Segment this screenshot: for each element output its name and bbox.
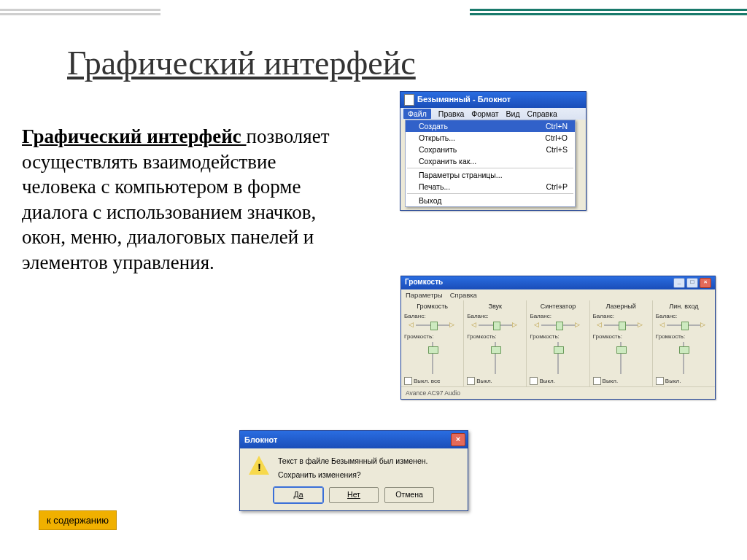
mixer-titlebar[interactable]: Громкость _ □ ×	[401, 276, 715, 289]
notepad-window: Безымянный - Блокнот ФайлПравкаФорматВид…	[400, 91, 587, 211]
menu-item-pagesetup[interactable]: Параметры страницы...	[406, 169, 575, 181]
body-rest: позволяет осуществлять взаимодействие че…	[22, 125, 330, 273]
menu-help[interactable]: Справка	[527, 109, 557, 118]
toc-link[interactable]: к содержанию	[39, 510, 117, 530]
volume-label: Громкость:	[656, 333, 712, 340]
slide-title: Графический интерфейс	[67, 44, 416, 82]
mixer-channel: СинтезаторБаланс:◁▷Громкость:Выкл.	[526, 300, 589, 386]
menu-format[interactable]: Формат	[471, 109, 498, 118]
yes-button[interactable]: Да	[274, 487, 323, 503]
close-icon[interactable]: ×	[451, 433, 465, 446]
dialog-title-text: Блокнот	[244, 435, 277, 444]
channel-name: Звук	[467, 303, 523, 310]
mixer-menu-options[interactable]: Параметры	[406, 291, 443, 299]
mixer-menubar: ПараметрыСправка	[401, 289, 715, 300]
mixer-channel: ЗвукБаланс:◁▷Громкость:Выкл.	[463, 300, 526, 386]
cancel-button[interactable]: Отмена	[384, 487, 434, 503]
balance-slider[interactable]: ◁▷	[410, 320, 455, 330]
save-dialog: Блокнот × ! Текст в файле Безымянный был…	[239, 430, 468, 511]
volume-label: Громкость:	[530, 333, 586, 340]
balance-label: Баланс:	[530, 313, 586, 319]
mute-checkbox[interactable]: Выкл.	[467, 377, 523, 385]
menu-item-exit[interactable]: Выход	[406, 195, 575, 206]
balance-slider[interactable]: ◁▷	[535, 320, 581, 330]
file-menu-dropdown: СоздатьCtrl+N Открыть...Ctrl+O Сохранить…	[405, 120, 576, 207]
dialog-message: Текст в файле Безымянный был изменен. Со…	[278, 456, 427, 480]
menu-view[interactable]: Вид	[506, 109, 520, 118]
menu-item-new[interactable]: СоздатьCtrl+N	[406, 120, 575, 132]
balance-label: Баланс:	[656, 313, 712, 319]
volume-slider[interactable]	[425, 341, 440, 376]
dialog-titlebar[interactable]: Блокнот ×	[240, 431, 468, 448]
minimize-button[interactable]: _	[673, 278, 685, 288]
volume-mixer-window: Громкость _ □ × ПараметрыСправка Громкос…	[400, 276, 716, 400]
menu-edit[interactable]: Правка	[438, 109, 464, 118]
volume-slider[interactable]	[676, 341, 691, 376]
document-icon	[404, 94, 414, 106]
volume-slider[interactable]	[551, 341, 565, 376]
mute-checkbox[interactable]: Выкл. все	[404, 377, 460, 385]
menu-separator	[407, 168, 573, 168]
menu-item-open[interactable]: Открыть...Ctrl+O	[406, 132, 575, 144]
mixer-channel: ЛазерныйБаланс:◁▷Громкость:Выкл.	[589, 300, 652, 386]
menu-item-saveas[interactable]: Сохранить как...	[406, 155, 575, 167]
balance-slider[interactable]: ◁▷	[473, 320, 518, 330]
no-button[interactable]: Нет	[329, 487, 379, 503]
menu-separator	[407, 193, 573, 194]
mixer-title-text: Громкость	[405, 278, 443, 288]
volume-slider[interactable]	[488, 341, 503, 376]
maximize-button[interactable]: □	[686, 278, 698, 288]
balance-label: Баланс:	[404, 313, 460, 319]
warning-icon: !	[249, 456, 269, 476]
channel-name: Лазерный	[593, 303, 649, 310]
balance-slider[interactable]: ◁▷	[661, 320, 706, 330]
notepad-menubar: ФайлПравкаФорматВидСправка	[400, 108, 586, 120]
slide-body-text: Графический интерфейс позволяет осуществ…	[22, 124, 336, 275]
mixer-channel: ГромкостьБаланс:◁▷Громкость:Выкл. все	[401, 300, 463, 386]
balance-label: Баланс:	[467, 313, 523, 319]
menu-file[interactable]: Файл	[403, 109, 431, 119]
close-button[interactable]: ×	[700, 278, 711, 288]
volume-label: Громкость:	[593, 333, 649, 340]
channel-name: Громкость	[404, 303, 460, 310]
body-emphasis: Графический интерфейс	[22, 125, 247, 147]
mute-checkbox[interactable]: Выкл.	[593, 377, 649, 385]
notepad-titlebar[interactable]: Безымянный - Блокнот	[400, 92, 586, 108]
mixer-channel: Лин. входБаланс:◁▷Громкость:Выкл.	[652, 300, 715, 386]
mixer-footer: Avance AC97 Audio	[401, 386, 715, 399]
menu-item-print[interactable]: Печать...Ctrl+P	[406, 181, 575, 192]
volume-label: Громкость:	[404, 333, 460, 340]
volume-label: Громкость:	[467, 333, 523, 340]
balance-slider[interactable]: ◁▷	[598, 320, 643, 330]
channel-name: Лин. вход	[656, 303, 712, 310]
channel-name: Синтезатор	[530, 303, 586, 310]
mixer-menu-help[interactable]: Справка	[450, 291, 477, 299]
notepad-title-text: Безымянный - Блокнот	[417, 95, 511, 104]
mute-checkbox[interactable]: Выкл.	[530, 377, 586, 385]
mixer-channels: ГромкостьБаланс:◁▷Громкость:Выкл. всеЗву…	[401, 300, 715, 386]
mute-checkbox[interactable]: Выкл.	[656, 377, 712, 385]
menu-item-save[interactable]: СохранитьCtrl+S	[406, 144, 575, 155]
volume-slider[interactable]	[614, 341, 628, 376]
slide-decorative-bar	[0, 6, 747, 28]
balance-label: Баланс:	[593, 313, 649, 319]
